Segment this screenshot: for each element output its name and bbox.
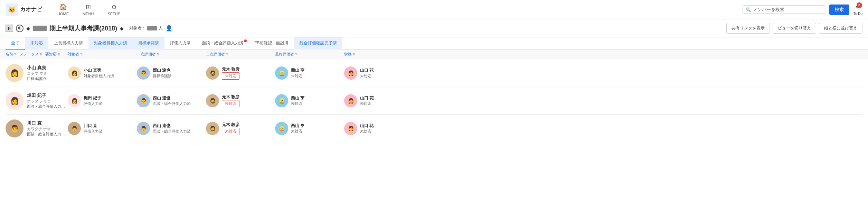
col-header-work[interactable]: 労務 ⇅: [344, 52, 396, 57]
header-first: 一次評価者 ⇅: [137, 52, 206, 57]
person-kana-3: カワグチ ナオ: [27, 126, 65, 132]
app-header: 🐱 カオナビ 🏠 HOME ⊞ MENU ⚙ SETUP 🔍 検索 ≡ 8 To…: [0, 0, 868, 19]
final-name-3: 西山 亨: [291, 123, 304, 129]
target-blur: [147, 26, 157, 30]
second-info-2: 元木 敦彦 未対応: [222, 94, 239, 107]
avatar-final-3: 👱: [275, 122, 288, 135]
diamond-right: ◆: [120, 26, 124, 31]
col-header-required[interactable]: 要対応 ⇅: [45, 52, 60, 57]
work-name-2: 山口 花: [360, 95, 374, 101]
col-header-name[interactable]: 名前 ⇅: [6, 52, 17, 57]
tab-target-input[interactable]: 対象者目標入力済: [88, 37, 133, 50]
second-name-1: 元木 敦彦: [222, 66, 239, 72]
cell-first-1: 👨 西山 達也 目標承諾済: [137, 66, 206, 80]
main-nav: 🏠 HOME ⊞ MENU ⚙ SETUP: [50, 0, 127, 19]
target-info-1: 小山 真実 対象者目標入力済: [84, 68, 114, 79]
avatar-row3: 👨: [6, 119, 23, 137]
header-name: 名前 ⇅ ステータス ⇅ 要対応 ⇅: [6, 52, 68, 57]
header-work: 労務 ⇅: [344, 52, 396, 57]
person-kana-1: コヤマ マミ: [27, 71, 47, 76]
second-status-badge-2: 未対応: [222, 100, 239, 107]
target-info-2: 堀田 紀子 評価入力済: [84, 95, 103, 106]
person-status-1: 目標承諾済: [27, 76, 47, 81]
app-logo: 🐱 カオナビ: [6, 3, 42, 16]
target-name-3: 川口 直: [84, 123, 103, 129]
final-name-1: 西山 亨: [291, 68, 304, 73]
nav-menu[interactable]: ⊞ MENU: [76, 0, 101, 19]
table-header: 名前 ⇅ ステータス ⇅ 要対応 ⇅ 対象者 ⇅ 一次評価者 ⇅ 二次評価者 ⇅…: [0, 50, 868, 59]
tab-total-confirm[interactable]: 総合評価確認完了済: [294, 37, 342, 50]
search-input[interactable]: [753, 7, 822, 12]
second-status-badge-3: 未対応: [222, 128, 239, 135]
tab-untreated[interactable]: 未対応: [25, 37, 48, 50]
avatar-work-2: 👩: [344, 94, 357, 107]
first-status-1: 目標承諾済: [153, 73, 172, 79]
logo-icon: 🐱: [6, 3, 18, 16]
first-name-3: 西山 達也: [153, 123, 191, 129]
cell-second-3: 🧔 元木 敦彦 未対応: [206, 122, 275, 135]
col-header-first[interactable]: 一次評価者 ⇅: [137, 52, 206, 57]
tab-manager-input[interactable]: 上長目標入力済: [48, 37, 88, 50]
cell-name-1: 👩 小山 真実 コヤマ マミ 目標承諾済: [6, 64, 68, 82]
col-header-status[interactable]: ステータス ⇅: [20, 52, 43, 57]
nav-home-label: HOME: [57, 12, 69, 16]
first-status-3: 面談・総合評価入力済: [153, 129, 191, 134]
sort-second-icon: ⇅: [226, 53, 229, 56]
sort-work-icon: ⇅: [353, 53, 356, 56]
work-status-1: 未対応: [360, 73, 374, 79]
first-name-2: 西山 達也: [153, 95, 191, 101]
tab-dot: [244, 39, 247, 42]
header-right: 🔍 検索 ≡ 8 To Do: [743, 4, 862, 16]
table-row: 👩 堀田 紀子 ホッタ ノリコ 面談・総合評価入力… 👩 堀田 紀子 評価入力済…: [6, 87, 862, 115]
nav-home[interactable]: 🏠 HOME: [50, 0, 76, 19]
cell-final-3: 👱 西山 亨 未対応: [275, 122, 344, 135]
sort-status-icon: ⇅: [40, 53, 43, 56]
target-info-3: 川口 直 評価入力済: [84, 123, 103, 134]
sort-button[interactable]: 縦と横に並び替え: [819, 23, 862, 34]
target-name-1: 小山 真実: [84, 68, 114, 73]
person-status-3: 面談・総合評価入力…: [27, 132, 65, 137]
cell-name-2: 👩 堀田 紀子 ホッタ ノリコ 面談・総合評価入力…: [6, 92, 68, 110]
second-status-badge-1: 未対応: [222, 72, 239, 80]
target-name-2: 堀田 紀子: [84, 95, 103, 101]
first-info-3: 西山 達也 面談・総合評価入力済: [153, 123, 191, 134]
avatar-work-1: 👩: [344, 66, 357, 80]
final-info-3: 西山 亨 未対応: [291, 123, 304, 134]
switch-view-button[interactable]: ビューを切り替え: [773, 23, 816, 34]
home-icon: 🏠: [59, 3, 67, 11]
col-header-final[interactable]: 最終評価者 ⇅: [275, 52, 344, 57]
person-info-3: 川口 直 カワグチ ナオ 面談・総合評価入力…: [27, 120, 65, 137]
tab-all[interactable]: 全て: [6, 37, 25, 50]
person-info-1: 小山 真実 コヤマ マミ 目標承諾済: [27, 65, 47, 81]
tab-interview-input[interactable]: 面談・総合評価入力済: [196, 37, 249, 50]
cell-work-2: 👩 山口 花 未対応: [344, 94, 396, 107]
diamond-left: ◆: [26, 26, 30, 31]
sort-final-icon: ⇅: [295, 53, 298, 56]
sort-first-icon: ⇅: [157, 53, 160, 56]
search-icon: 🔍: [746, 7, 751, 12]
search-button[interactable]: 検索: [829, 5, 849, 15]
first-name-1: 西山 達也: [153, 68, 172, 73]
work-name-3: 山口 花: [360, 123, 374, 129]
avatar-first-3: 👨: [137, 122, 150, 135]
tab-target-approval[interactable]: 目標承諾済: [133, 37, 164, 50]
todo-button[interactable]: ≡ 8 To Do: [853, 4, 862, 16]
col-header-target[interactable]: 対象者 ⇅: [68, 52, 137, 57]
title-actions: 共有リンクを表示 ビューを切り替え 縦と横に並び替え: [726, 23, 862, 34]
first-status-2: 面談・総合評価入力済: [153, 101, 191, 106]
cell-target-2: 👩 堀田 紀子 評価入力済: [68, 94, 137, 107]
sort-target-icon: ⇅: [80, 53, 83, 56]
col-header-second[interactable]: 二次評価者 ⇅: [206, 52, 275, 57]
todo-badge: 8: [857, 2, 862, 8]
cell-target-1: 👩 小山 真実 対象者目標入力済: [68, 66, 137, 80]
avatar-row2: 👩: [6, 92, 23, 110]
tab-fb-confirm[interactable]: FB前確認・面談済: [249, 37, 294, 50]
tab-evaluation-input[interactable]: 評価入力済: [164, 37, 196, 50]
target-label: 対象者： 人: [129, 25, 163, 31]
nav-setup[interactable]: ⚙ SETUP: [101, 0, 127, 19]
cell-final-2: 👱 西山 亨 未対応: [275, 94, 344, 107]
share-link-button[interactable]: 共有リンクを表示: [726, 23, 770, 34]
logo-text: カオナビ: [20, 6, 42, 13]
target-status-1: 対象者目標入力済: [84, 73, 114, 79]
final-info-1: 西山 亨 未対応: [291, 68, 304, 79]
